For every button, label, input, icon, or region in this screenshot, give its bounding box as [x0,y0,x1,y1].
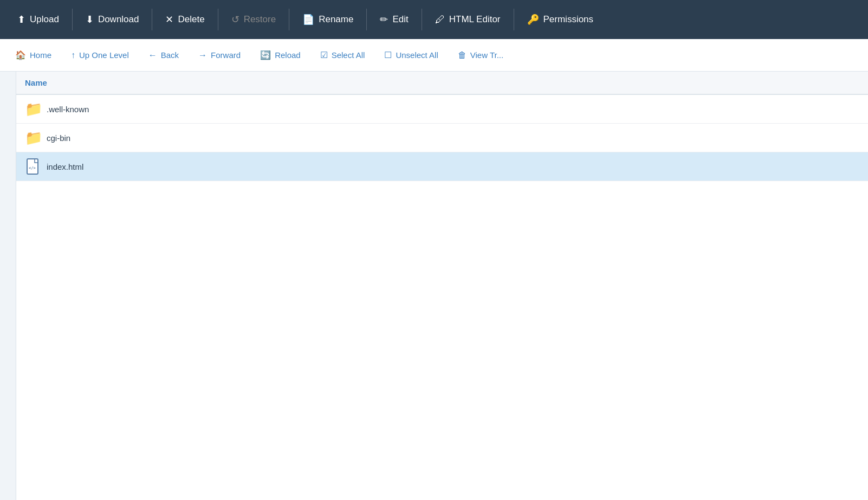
up-one-level-icon: ↑ [71,50,75,60]
table-row[interactable]: </> index.html [16,152,868,181]
view-trash-icon: 🗑 [458,50,467,60]
permissions-icon: 🔑 [527,14,539,25]
toolbar-divider-2 [152,9,152,30]
forward-button[interactable]: → Forward [189,39,250,72]
file-name-text: .well-known [47,105,89,114]
table-row[interactable]: 📁cgi-bin [16,124,868,152]
folder-icon: 📁 [25,129,42,146]
home-button[interactable]: 🏠 Home [5,39,61,72]
unselect-all-icon: ☐ [384,50,392,60]
table-header-row: Name [16,72,868,94]
file-name-cell: </> index.html [16,152,868,181]
rename-button[interactable]: 📄 Rename [290,0,365,39]
file-name-cell: 📁cgi-bin [16,124,868,152]
restore-icon: ↺ [231,14,239,25]
main-layout: Name 📁.well-known📁cgi-bin </> index.html [0,72,868,500]
permissions-button[interactable]: 🔑 Permissions [515,0,606,39]
toolbar-divider-5 [366,9,367,30]
reload-icon: 🔄 [260,50,271,60]
file-name-text: index.html [47,162,83,171]
home-icon: 🏠 [15,50,26,60]
column-name-header: Name [16,72,868,94]
nav-toolbar: 🏠 Home ↑ Up One Level ← Back → Forward 🔄… [0,39,868,72]
toolbar-divider-6 [422,9,422,30]
select-all-button[interactable]: ☑ Select All [310,39,375,72]
forward-icon: → [198,50,207,60]
reload-button[interactable]: 🔄 Reload [250,39,310,72]
file-name-cell: 📁.well-known [16,94,868,124]
svg-text:</>: </> [29,166,36,170]
html-editor-button[interactable]: 🖊 HTML Editor [423,0,513,39]
file-table-body: 📁.well-known📁cgi-bin </> index.html [16,94,868,181]
file-table: Name 📁.well-known📁cgi-bin </> index.html [16,72,868,181]
toolbar-divider-7 [514,9,514,30]
html-file-icon: </> [25,158,42,175]
back-icon: ← [148,50,157,60]
restore-button[interactable]: ↺ Restore [219,0,288,39]
delete-icon: ✕ [165,14,173,25]
back-button[interactable]: ← Back [139,39,189,72]
sidebar [0,72,16,500]
up-one-level-button[interactable]: ↑ Up One Level [61,39,139,72]
toolbar-divider-4 [289,9,289,30]
file-area: Name 📁.well-known📁cgi-bin </> index.html [16,72,868,500]
table-row[interactable]: 📁.well-known [16,94,868,124]
download-button[interactable]: ⬇ Download [74,0,151,39]
html-editor-icon: 🖊 [435,14,445,25]
delete-button[interactable]: ✕ Delete [153,0,216,39]
top-toolbar: ⬆ Upload ⬇ Download ✕ Delete ↺ Restore 📄… [0,0,868,39]
toolbar-divider-1 [72,9,73,30]
unselect-all-button[interactable]: ☐ Unselect All [374,39,448,72]
folder-icon: 📁 [25,100,42,118]
edit-icon: ✏ [380,14,388,25]
file-name-text: cgi-bin [47,133,70,143]
upload-icon: ⬆ [17,14,25,25]
rename-icon: 📄 [302,14,314,25]
view-trash-button[interactable]: 🗑 View Tr... [448,39,513,72]
upload-button[interactable]: ⬆ Upload [5,0,71,39]
edit-button[interactable]: ✏ Edit [368,0,420,39]
download-icon: ⬇ [86,14,94,25]
select-all-icon: ☑ [320,50,328,60]
toolbar-divider-3 [218,9,218,30]
